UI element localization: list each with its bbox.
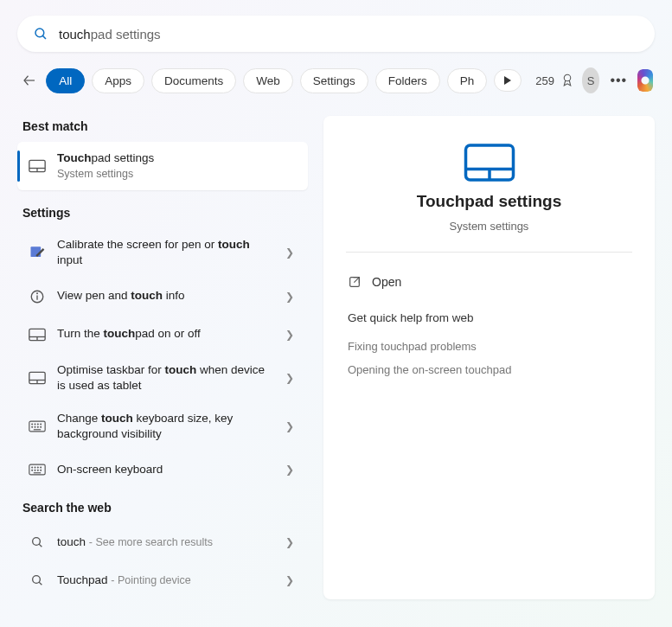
svg-point-20 [35,424,35,425]
svg-line-41 [39,583,42,585]
filter-settings[interactable]: Settings [300,68,368,93]
settings-result-0[interactable]: Calibrate the screen for pen or touch in… [17,228,308,277]
keyboard-icon [28,464,47,476]
chevron-right-icon: ❯ [285,246,298,259]
open-label: Open [372,275,401,289]
play-icon [503,75,512,86]
svg-point-0 [35,29,44,37]
divider [346,252,632,253]
svg-point-22 [41,424,42,425]
chevron-right-icon: ❯ [285,372,298,384]
svg-rect-8 [31,247,42,258]
result-title: touch - See more search results [57,534,275,550]
help-link-1[interactable]: Opening the on-screen touchpad [346,358,632,381]
best-match-title: Touchpad settings [57,150,298,166]
settings-result-3[interactable]: Optimise taskbar for touch when device i… [17,354,308,402]
filter-scroll-right[interactable] [494,69,522,92]
section-best-match: Best match [17,116,308,142]
best-match-subtitle: System settings [57,167,298,182]
section-settings: Settings [17,202,308,228]
touchpad-icon [28,371,47,385]
search-bar[interactable]: touchpad settings [17,16,655,52]
info-icon [28,289,47,304]
svg-line-39 [39,545,42,547]
svg-line-1 [42,35,46,39]
help-link-0[interactable]: Fixing touchpad problems [346,335,632,358]
svg-point-19 [32,424,33,425]
settings-result-5[interactable]: On-screen keyboard❯ [17,451,308,489]
svg-point-21 [37,424,38,425]
touchpad-hero-icon [464,142,515,183]
svg-point-33 [32,470,33,471]
svg-line-46 [354,278,359,283]
preview-subtitle: System settings [450,220,529,233]
rewards-count[interactable]: 259 [535,74,554,87]
result-title: Turn the touchpad on or off [57,326,275,342]
result-title: View pen and touch info [57,288,275,304]
svg-point-29 [32,467,33,468]
more-button[interactable]: ••• [606,73,630,88]
svg-point-26 [41,427,42,428]
svg-point-35 [37,470,38,471]
best-match-item[interactable]: Touchpad settings System settings [17,142,308,190]
search-query: touchpad settings [59,27,161,42]
filter-photos-truncated[interactable]: Ph [447,68,488,93]
result-title: Optimise taskbar for touch when device i… [57,362,275,393]
filter-apps[interactable]: Apps [92,68,144,93]
svg-point-40 [33,576,41,584]
preview-pane: Touchpad settings System settings Open G… [323,116,655,599]
filter-row: All Apps Documents Web Settings Folders … [17,66,655,95]
svg-point-11 [37,292,38,293]
chevron-right-icon: ❯ [285,574,298,586]
chevron-right-icon: ❯ [285,329,298,341]
settings-result-4[interactable]: Change touch keyboard size, key backgrou… [17,402,308,451]
touchpad-icon [28,159,47,173]
result-title: On-screen keyboard [57,462,275,477]
filter-documents[interactable]: Documents [151,68,236,93]
svg-point-24 [35,427,35,428]
svg-point-23 [32,427,33,428]
open-icon [348,275,362,289]
user-avatar[interactable]: S [582,67,600,93]
svg-point-25 [37,427,38,428]
filter-folders[interactable]: Folders [375,68,440,93]
svg-point-38 [33,538,41,546]
search-icon [28,535,47,549]
svg-point-32 [41,467,42,468]
filter-all[interactable]: All [46,68,85,93]
svg-point-4 [564,74,571,81]
settings-result-1[interactable]: View pen and touch info❯ [17,278,308,316]
svg-point-34 [35,470,35,471]
chevron-right-icon: ❯ [285,291,298,303]
svg-point-30 [35,467,35,468]
svg-point-36 [41,470,42,471]
svg-marker-3 [504,76,511,85]
preview-title: Touchpad settings [417,192,561,211]
keyboard-icon [28,420,47,432]
rewards-icon[interactable] [560,73,575,88]
pen-tablet-icon [28,244,47,261]
chevron-right-icon: ❯ [285,464,298,476]
settings-result-2[interactable]: Turn the touchpad on or off❯ [17,316,308,354]
open-action[interactable]: Open [346,268,632,296]
back-button[interactable] [19,66,39,95]
section-web: Search the web [17,497,308,523]
search-icon [28,573,47,587]
web-result-1[interactable]: Touchpad - Pointing device❯ [17,561,308,599]
result-title: Calibrate the screen for pen or touch in… [57,237,275,268]
search-icon [33,26,48,42]
help-title: Get quick help from web [348,311,632,324]
web-result-0[interactable]: touch - See more search results❯ [17,523,308,561]
svg-point-31 [37,467,38,468]
filter-web[interactable]: Web [243,68,293,93]
touchpad-icon [28,328,47,342]
result-title: Touchpad - Pointing device [57,573,275,588]
chevron-right-icon: ❯ [285,420,298,432]
copilot-icon[interactable] [637,69,653,92]
results-column: Best match Touchpad settings System sett… [17,116,308,599]
result-title: Change touch keyboard size, key backgrou… [57,411,275,442]
chevron-right-icon: ❯ [285,536,298,548]
